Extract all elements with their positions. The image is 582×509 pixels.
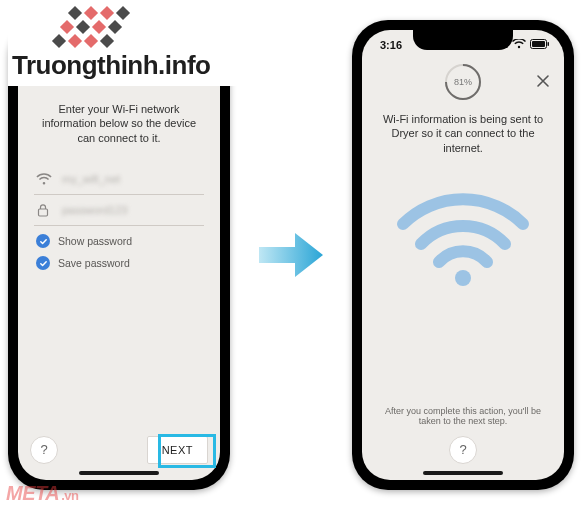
svg-rect-5 [548,42,550,46]
logo-mark [14,6,164,50]
save-password-row[interactable]: Save password [34,248,204,270]
phone-mock-right: 3:16 81% [352,20,574,490]
save-password-label: Save password [58,257,130,269]
wifi-large-icon [362,156,564,292]
battery-icon [530,39,550,51]
svg-point-7 [455,270,471,286]
watermark: META.vn [6,482,78,505]
wifi-password-field[interactable]: password123 [34,195,204,226]
next-step-note: After you complete this action, you'll b… [362,394,564,426]
notch [413,30,513,50]
svg-rect-6 [532,41,545,47]
lock-icon [36,203,52,217]
help-button[interactable]: ? [30,436,58,464]
watermark-main: META [6,482,59,504]
brand-logo-overlay: Truongthinh.info [8,0,244,86]
wifi-ssid-field[interactable]: my_wifi_net [34,164,204,195]
screen-left: 3:15 Enter your Wi- [18,30,220,480]
wifi-icon [36,172,52,186]
home-indicator [423,471,503,475]
wifi-ssid-value: my_wifi_net [62,173,120,185]
show-password-label: Show password [58,235,132,247]
wifi-instruction-text: Enter your Wi-Fi network information bel… [18,92,220,147]
watermark-suffix: .vn [61,488,78,503]
help-icon: ? [459,442,466,457]
brand-logo-text: Truongthinh.info [12,50,244,81]
screen-right: 3:16 81% [362,30,564,480]
svg-rect-3 [39,209,48,216]
arrow-icon [255,225,327,285]
wifi-status-icon [512,39,526,51]
sending-instruction-text: Wi-Fi information is being sent to Dryer… [362,102,564,157]
next-button[interactable]: NEXT [147,436,208,464]
close-icon[interactable] [534,72,552,90]
wifi-form: my_wifi_net password123 Show password [18,146,220,270]
help-button[interactable]: ? [449,436,477,464]
progress-percent: 81% [454,77,472,87]
phone-mock-left: 3:15 Enter your Wi- [8,20,230,490]
check-icon [36,256,50,270]
header-row: 81% [362,56,564,102]
progress-indicator: 81% [445,64,481,100]
help-icon: ? [40,442,47,457]
check-icon [36,234,50,248]
wifi-password-value: password123 [62,204,127,216]
status-time: 3:16 [380,39,402,51]
home-indicator [79,471,159,475]
show-password-row[interactable]: Show password [34,226,204,248]
